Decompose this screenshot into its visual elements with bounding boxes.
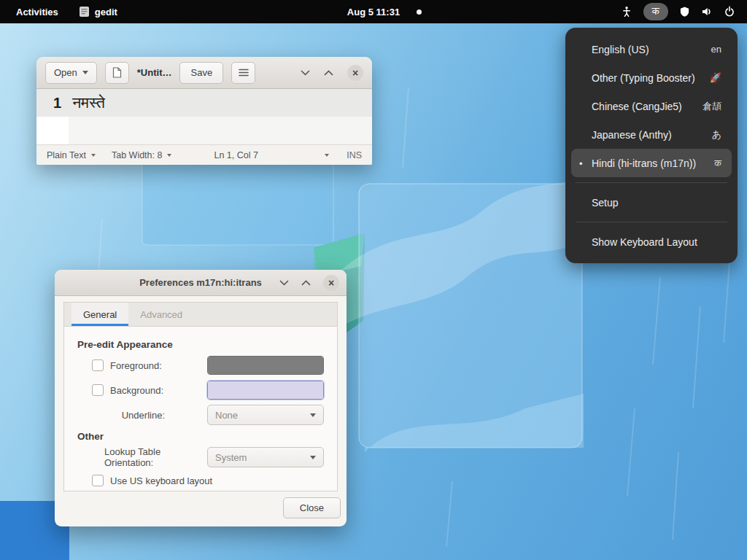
gedit-app-icon xyxy=(79,6,90,18)
lookup-orientation-row: Lookup Table Orientation: System xyxy=(77,445,324,470)
underline-value: None xyxy=(215,410,238,421)
show-keyboard-layout-label: Show Keyboard Layout xyxy=(592,236,697,248)
underline-label: Underline: xyxy=(122,410,165,421)
gedit-window-title: *Untit… xyxy=(137,67,172,78)
activities-button[interactable]: Activities xyxy=(12,4,63,20)
preferences-titlebar[interactable]: Preferences m17n:hi:itrans × xyxy=(55,270,347,296)
hamburger-icon xyxy=(239,69,249,77)
tab-width-label: Tab Width: 8 xyxy=(112,150,162,160)
gedit-window: Open *Untit… Save × 1 नमस्ते Plain Text xyxy=(36,57,372,165)
save-button-label: Save xyxy=(190,67,212,78)
accessibility-icon[interactable] xyxy=(621,6,632,18)
gedit-headerbar[interactable]: Open *Untit… Save × xyxy=(36,57,372,89)
ime-item-badge: क xyxy=(714,158,721,169)
menu-button[interactable] xyxy=(231,62,255,84)
maximize-chevron-icon[interactable] xyxy=(324,70,333,76)
ime-item-badge: 倉頡 xyxy=(703,100,721,113)
open-button[interactable]: Open xyxy=(45,62,97,84)
unmaximize-chevron-icon[interactable] xyxy=(301,70,310,76)
foreground-label: Foreground: xyxy=(110,360,162,371)
foreground-color-button[interactable] xyxy=(207,356,324,375)
new-document-icon xyxy=(112,67,122,78)
maximize-chevron-icon[interactable] xyxy=(301,280,311,286)
ibus-preferences-dialog: Preferences m17n:hi:itrans × General Adv… xyxy=(55,270,347,526)
ime-item-chinese-cangjie[interactable]: Chinese (CangJie5) 倉頡 xyxy=(571,92,732,120)
us-keyboard-checkbox[interactable] xyxy=(92,475,104,486)
close-button[interactable]: Close xyxy=(283,497,341,518)
us-keyboard-row: Use US keyboard layout xyxy=(77,470,324,491)
editor-current-line[interactable]: 1 नमस्ते xyxy=(36,89,372,117)
preferences-notebook: General Advanced Pre-edit Appearance For… xyxy=(63,302,338,491)
chevron-down-icon xyxy=(325,154,329,157)
background-color-swatch xyxy=(208,381,323,399)
chevron-down-icon xyxy=(310,456,316,459)
tab-width-selector[interactable]: Tab Width: 8 xyxy=(112,150,171,160)
foreground-color-swatch xyxy=(208,357,323,374)
tab-bar: General Advanced xyxy=(64,303,337,327)
menu-separator xyxy=(576,222,727,222)
chevron-down-icon xyxy=(167,154,171,157)
shield-icon[interactable] xyxy=(679,6,690,18)
menu-separator xyxy=(576,182,727,183)
chevron-down-icon xyxy=(310,413,316,417)
text-editor-area[interactable]: 1 नमस्ते xyxy=(36,89,372,144)
us-keyboard-label: Use US keyboard layout xyxy=(110,475,212,486)
unmaximize-chevron-icon[interactable] xyxy=(279,280,289,286)
ime-item-label: Chinese (CangJie5) xyxy=(592,101,682,112)
power-icon[interactable] xyxy=(724,6,735,18)
system-tray: क xyxy=(621,3,747,20)
ime-item-japanese-anthy[interactable]: Japanese (Anthy) あ xyxy=(571,120,732,149)
cursor-position-label: Ln 1, Col 7 xyxy=(214,150,258,160)
tab-general[interactable]: General xyxy=(71,303,128,326)
lookup-orientation-dropdown[interactable]: System xyxy=(207,447,324,467)
insert-mode-indicator: INS xyxy=(347,150,362,160)
background-label: Background: xyxy=(110,385,163,396)
gnome-top-bar: Activities gedit Aug 5 11:31 क xyxy=(0,0,747,23)
foreground-row: Foreground: xyxy=(77,353,324,378)
ime-item-badge: あ xyxy=(712,128,721,141)
other-heading: Other xyxy=(77,427,324,445)
notification-dot xyxy=(417,9,422,15)
chevron-down-icon xyxy=(91,154,96,157)
ime-setup-label: Setup xyxy=(592,197,619,209)
show-keyboard-layout-item[interactable]: Show Keyboard Layout xyxy=(571,228,732,256)
ime-setup-item[interactable]: Setup xyxy=(571,188,732,217)
underline-dropdown[interactable]: None xyxy=(207,405,324,425)
background-color-button[interactable] xyxy=(207,381,324,400)
close-dialog-button[interactable]: × xyxy=(323,275,339,291)
underline-row: Underline: None xyxy=(77,402,324,427)
gedit-statusbar: Plain Text Tab Width: 8 Ln 1, Col 7 INS xyxy=(36,144,372,165)
input-method-menu: English (US) en Other (Typing Booster) 🚀… xyxy=(565,28,738,263)
background-checkbox[interactable] xyxy=(92,384,104,396)
open-button-label: Open xyxy=(54,67,77,78)
lookup-orientation-value: System xyxy=(215,452,247,463)
close-button-label: Close xyxy=(300,502,324,513)
save-button[interactable]: Save xyxy=(179,62,223,84)
clock[interactable]: Aug 5 11:31 xyxy=(341,4,406,20)
ime-item-english-us[interactable]: English (US) en xyxy=(571,35,732,63)
editor-empty-line[interactable] xyxy=(36,117,372,144)
tab-advanced[interactable]: Advanced xyxy=(128,303,194,326)
app-menu-label: gedit xyxy=(95,7,117,18)
ime-item-label: Hindi (hi-itrans (m17n)) xyxy=(592,158,696,169)
editor-text: नमस्ते xyxy=(72,94,105,112)
language-selector[interactable]: Plain Text xyxy=(47,150,96,160)
ime-item-label: English (US) xyxy=(592,44,649,55)
background-row: Background: xyxy=(77,378,324,402)
goto-line-button[interactable] xyxy=(325,154,329,157)
volume-icon[interactable] xyxy=(701,6,713,18)
lookup-orientation-label: Lookup Table Orientation: xyxy=(104,446,207,468)
language-label: Plain Text xyxy=(47,150,86,160)
new-document-button[interactable] xyxy=(105,62,129,84)
app-menu-button[interactable]: gedit xyxy=(79,6,117,18)
ime-item-hindi-itrans[interactable]: • Hindi (hi-itrans (m17n)) क xyxy=(571,149,732,177)
input-method-indicator[interactable]: क xyxy=(643,3,669,20)
preedit-appearance-heading: Pre-edit Appearance xyxy=(77,335,324,353)
ime-item-label: Japanese (Anthy) xyxy=(592,129,672,141)
ime-item-typing-booster[interactable]: Other (Typing Booster) 🚀 xyxy=(571,63,732,92)
selected-bullet: • xyxy=(579,158,583,168)
line-number: 1 xyxy=(53,95,61,112)
cursor-position[interactable]: Ln 1, Col 7 xyxy=(214,150,258,160)
close-window-button[interactable]: × xyxy=(347,65,363,81)
foreground-checkbox[interactable] xyxy=(92,359,104,371)
